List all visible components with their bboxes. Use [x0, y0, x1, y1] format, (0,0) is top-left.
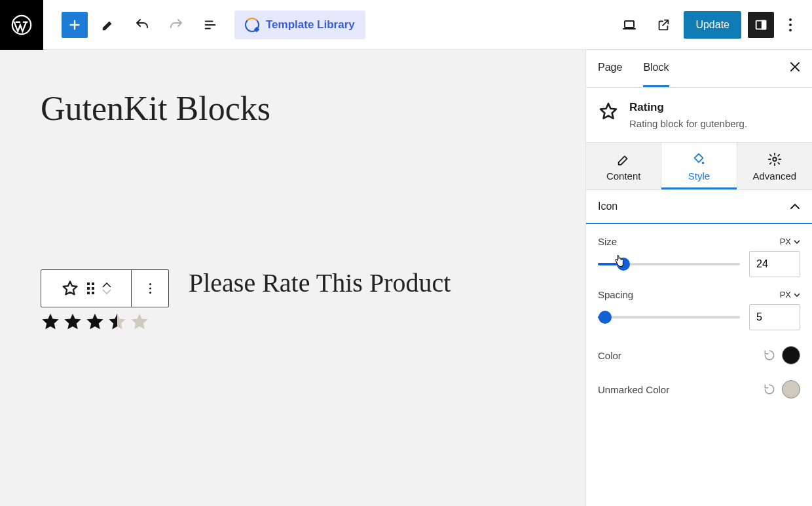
kebab-icon — [149, 282, 152, 294]
size-label: Size — [598, 236, 617, 247]
pencil-icon — [616, 152, 631, 166]
block-header: Rating Rating block for gutenberg. — [586, 88, 812, 143]
color-label: Color — [598, 350, 621, 361]
settings-panel-toggle[interactable] — [748, 12, 774, 38]
spacing-row-main: 5 — [598, 304, 800, 330]
redo-button[interactable] — [162, 11, 190, 39]
size-input[interactable]: 24 — [749, 251, 800, 277]
svg-point-4 — [789, 18, 792, 21]
template-library-button[interactable]: Template Library — [234, 10, 365, 39]
more-options-button[interactable] — [781, 12, 800, 38]
pencil-icon — [101, 18, 115, 32]
panel-icon — [754, 18, 768, 32]
rating-block-icon — [598, 101, 619, 122]
svg-rect-1 — [625, 21, 634, 28]
size-row-main: 24 — [598, 251, 800, 277]
update-label: Update — [695, 19, 729, 30]
template-library-icon — [245, 18, 259, 32]
sub-tab-content[interactable]: Content — [586, 143, 661, 189]
view-page-button[interactable] — [650, 11, 677, 39]
device-preview-button[interactable] — [616, 11, 643, 39]
sub-tab-style[interactable]: Style — [661, 143, 737, 189]
add-block-button[interactable] — [62, 12, 88, 38]
drag-handle-icon[interactable] — [87, 282, 94, 294]
block-toolbar — [41, 269, 169, 307]
undo-icon — [134, 17, 150, 33]
laptop-icon — [621, 17, 637, 33]
wp-logo[interactable] — [0, 0, 43, 50]
unmarked-color-row: Unmarked Color — [598, 380, 800, 399]
move-arrows[interactable] — [102, 282, 111, 294]
chevron-up-icon — [790, 203, 800, 210]
svg-point-11 — [773, 157, 777, 161]
settings-sidebar: Page Block Rating Rating block for guten… — [585, 50, 812, 506]
svg-point-8 — [149, 287, 151, 289]
panel-body: Size PX 24 Spacing — [586, 224, 812, 408]
undo-button[interactable] — [128, 11, 156, 39]
star-icon — [63, 312, 83, 332]
wordpress-icon — [10, 14, 33, 36]
move-down-icon[interactable] — [102, 289, 111, 294]
block-more-button[interactable] — [132, 270, 168, 307]
rating-stars[interactable] — [41, 312, 149, 332]
paint-icon — [692, 152, 706, 166]
list-view-button[interactable] — [196, 11, 224, 39]
star-empty-icon — [130, 312, 149, 332]
close-sidebar-button[interactable] — [790, 62, 800, 75]
size-unit-dropdown[interactable]: PX — [780, 237, 800, 246]
editor-canvas[interactable]: GutenKit Blocks Please Rate This Product — [0, 50, 585, 506]
unmarked-color-swatch[interactable] — [782, 380, 800, 399]
svg-point-7 — [149, 283, 151, 285]
star-half-icon — [107, 312, 127, 332]
panel-section-label: Icon — [598, 201, 618, 212]
star-icon — [41, 312, 60, 332]
block-sub-tabs: Content Style Advanced — [586, 143, 812, 190]
reset-icon[interactable] — [764, 349, 775, 361]
block-toolbar-main — [41, 270, 132, 307]
move-up-icon[interactable] — [102, 282, 111, 288]
plus-icon — [67, 18, 82, 32]
spacing-unit-dropdown[interactable]: PX — [780, 290, 800, 300]
reset-icon[interactable] — [764, 383, 775, 395]
svg-point-10 — [702, 162, 705, 165]
kebab-icon — [788, 18, 792, 32]
svg-point-9 — [149, 292, 151, 294]
editor-topbar: Template Library Update — [0, 0, 812, 50]
spacing-label: Spacing — [598, 289, 633, 300]
sub-tab-advanced-label: Advanced — [752, 170, 796, 182]
rating-heading[interactable]: Please Rate This Product — [189, 267, 451, 298]
edit-tool[interactable] — [94, 11, 122, 39]
topbar-left: Template Library — [43, 10, 365, 39]
spacing-row-header: Spacing PX — [598, 289, 800, 300]
topbar-right: Update — [616, 11, 812, 39]
sidebar-tabs: Page Block — [586, 50, 812, 88]
close-icon — [790, 62, 800, 72]
redo-icon — [168, 17, 184, 33]
size-row-header: Size PX — [598, 236, 800, 247]
svg-rect-3 — [762, 20, 766, 29]
color-row: Color — [598, 346, 800, 364]
chevron-down-icon — [794, 240, 800, 244]
tab-block[interactable]: Block — [643, 50, 669, 87]
list-view-icon — [203, 18, 217, 32]
sub-tab-style-label: Style — [688, 170, 710, 182]
color-swatch[interactable] — [782, 346, 800, 364]
update-button[interactable]: Update — [684, 11, 741, 39]
svg-point-6 — [789, 29, 792, 31]
sub-tab-content-label: Content — [606, 170, 641, 182]
chevron-down-icon — [794, 293, 800, 297]
spacing-input[interactable]: 5 — [749, 304, 800, 330]
star-icon — [85, 312, 105, 332]
tab-page[interactable]: Page — [598, 50, 622, 87]
block-name: Rating — [629, 101, 747, 114]
external-link-icon — [656, 18, 671, 32]
size-slider[interactable] — [598, 258, 740, 271]
unmarked-color-label: Unmarked Color — [598, 384, 669, 395]
sub-tab-advanced[interactable]: Advanced — [737, 143, 812, 189]
svg-point-5 — [789, 24, 792, 26]
spacing-slider[interactable] — [598, 311, 740, 324]
page-title[interactable]: GutenKit Blocks — [41, 89, 585, 128]
block-type-icon[interactable] — [61, 279, 79, 298]
block-desc: Rating block for gutenberg. — [629, 118, 747, 129]
panel-section-icon[interactable]: Icon — [586, 190, 812, 224]
